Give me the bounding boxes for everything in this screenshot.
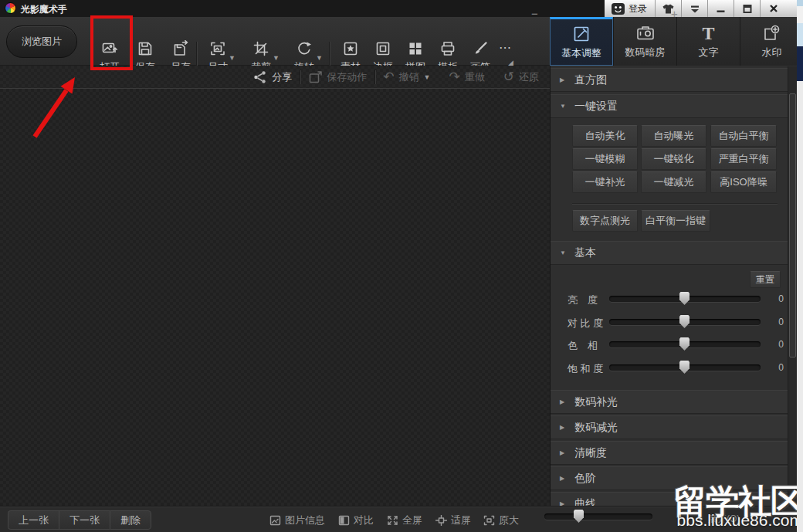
contrast-label: 对 比 度: [568, 317, 611, 330]
redo-icon: ↷: [449, 70, 460, 83]
restore-label: 还原: [519, 70, 539, 84]
actionbar-separator: [300, 70, 300, 84]
brightness-slider-row: 亮 度 0: [551, 293, 788, 307]
image-canvas[interactable]: [0, 89, 550, 506]
zoom-in-button[interactable]: +: [671, 7, 678, 20]
adjustment-panel: ▶ 直方图 ▼ 一键设置 自动美化 自动曝光 自动白平衡 一键模糊 一键锐化 严…: [550, 66, 803, 506]
contrast-slider-row: 对 比 度 0: [551, 316, 788, 330]
section-clarity[interactable]: ▶ 清晰度: [551, 441, 788, 465]
action-bar: 分享 保存动作 ↶ 撤销 ▼ ↷ 重做 ↺ 还原: [0, 66, 550, 89]
fullscreen-label: 全屏: [402, 513, 422, 527]
section-digital-dim-light[interactable]: ▶ 数码减光: [551, 415, 788, 439]
next-image-button[interactable]: 下一张: [59, 510, 110, 530]
browse-images-button[interactable]: 浏览图片: [6, 25, 77, 58]
original-size-button[interactable]: 原大: [483, 513, 519, 527]
high-iso-denoise-button[interactable]: 高ISO降噪: [710, 171, 777, 193]
slider-thumb[interactable]: [679, 315, 689, 328]
panel-separator: [572, 203, 778, 204]
share-button[interactable]: 分享: [253, 70, 292, 84]
text-T-icon: T: [702, 23, 714, 43]
restore-button[interactable]: ↺ 还原: [503, 70, 539, 84]
fullscreen-button[interactable]: 全屏: [387, 513, 422, 527]
saturation-value: 0: [767, 362, 784, 373]
hue-slider-row: 色 相 0: [551, 338, 788, 352]
section-curves[interactable]: ▶ 曲线: [551, 492, 788, 506]
auto-beautify-button[interactable]: 自动美化: [572, 125, 638, 147]
image-info-button[interactable]: 图片信息: [269, 513, 325, 527]
tab-label: 文字: [699, 46, 719, 59]
previous-image-button[interactable]: 上一张: [8, 510, 59, 530]
close-button[interactable]: [761, 0, 786, 17]
auto-white-balance-button[interactable]: 自动白平衡: [710, 125, 777, 147]
template-icon: [439, 40, 456, 57]
main-toolbar: 浏览图片 打开 保存 另存 尺寸 ▼: [0, 17, 550, 66]
hue-label: 色 相: [568, 339, 611, 353]
material-star-icon: [342, 40, 359, 57]
section-levels[interactable]: ▶ 色阶: [551, 466, 788, 490]
brightness-slider[interactable]: [609, 296, 761, 302]
border-frame-icon: [374, 40, 391, 57]
section-title: 一键设置: [574, 100, 618, 114]
reset-button[interactable]: 重置: [750, 271, 781, 288]
saturation-slider[interactable]: [609, 364, 761, 371]
camera-icon: [635, 23, 656, 43]
severe-white-balance-button[interactable]: 严重白平衡: [710, 148, 777, 170]
login-button[interactable]: 登录: [605, 0, 655, 17]
hue-slider[interactable]: [609, 341, 761, 347]
section-title: 色阶: [574, 472, 596, 486]
title-bar: 光影魔术手 登录: [0, 0, 803, 17]
window-edge: [797, 23, 803, 46]
tab-label: 基本调整: [561, 46, 601, 60]
redo-label: 重做: [465, 70, 485, 84]
compare-button[interactable]: 对比: [338, 513, 374, 527]
save-as-icon: [172, 40, 189, 57]
section-basic[interactable]: ▼ 基本: [551, 241, 788, 265]
expand-panel-button[interactable]: ▼ 展开(O): [697, 513, 740, 526]
expanded-arrow-icon: ▼: [560, 103, 567, 110]
resize-icon: [209, 40, 226, 57]
onekey-sharpen-button[interactable]: 一键锐化: [641, 148, 706, 170]
collapsed-arrow-icon: ▶: [560, 398, 567, 405]
delete-image-button[interactable]: 删除: [110, 510, 151, 530]
redo-button[interactable]: ↷ 重做: [449, 70, 485, 84]
onekey-fill-light-button[interactable]: 一键补光: [572, 171, 638, 193]
main-menu-button[interactable]: [682, 0, 707, 17]
onekey-blur-button[interactable]: 一键模糊: [572, 148, 638, 170]
zoom-out-button[interactable]: −: [531, 7, 538, 20]
contrast-slider[interactable]: [609, 319, 761, 325]
compare-icon: [338, 515, 350, 526]
brightness-value: 0: [767, 293, 784, 304]
tab-label: 水印: [762, 46, 782, 59]
onekey-dim-light-button[interactable]: 一键减光: [641, 171, 706, 193]
panel-scrollbar[interactable]: [788, 66, 797, 506]
undo-button[interactable]: ↶ 撤销 ▼: [383, 70, 430, 84]
tab-watermark[interactable]: 水印: [740, 17, 803, 66]
tab-basic-adjust[interactable]: 基本调整: [550, 17, 613, 66]
section-onekey-settings[interactable]: ▼ 一键设置: [551, 94, 788, 118]
white-balance-one-touch-button[interactable]: 白平衡一指键: [641, 210, 710, 232]
maximize-button[interactable]: [734, 0, 760, 17]
slider-thumb[interactable]: [679, 337, 689, 351]
slider-thumb[interactable]: [679, 361, 689, 374]
undo-dropdown-icon[interactable]: ▼: [424, 73, 431, 81]
highlight-red-box: [90, 15, 133, 70]
minimize-button[interactable]: [708, 0, 734, 17]
section-digital-fill-light[interactable]: ▶ 数码补光: [551, 390, 788, 414]
fit-screen-button[interactable]: 适屏: [435, 513, 471, 527]
zoom-slider[interactable]: [544, 513, 652, 520]
digital-spot-metering-button[interactable]: 数字点测光: [572, 210, 638, 232]
resize-dropdown-icon[interactable]: ▼: [229, 54, 235, 62]
save-action-button[interactable]: 保存动作: [308, 70, 367, 84]
section-histogram[interactable]: ▶ 直方图: [551, 68, 788, 92]
collapsed-arrow-icon: ▶: [560, 449, 567, 456]
rotate-dropdown-icon[interactable]: ▼: [316, 54, 323, 62]
auto-exposure-button[interactable]: 自动曝光: [641, 125, 706, 147]
compare-label: 对比: [354, 513, 374, 527]
panel-scrollbar-thumb[interactable]: [789, 93, 796, 357]
tab-text[interactable]: T 文字: [676, 17, 740, 66]
more-dots-icon: ⋯: [499, 40, 512, 55]
tab-digital-darkroom[interactable]: 数码暗房: [613, 17, 676, 66]
undo-label: 撤销: [399, 70, 419, 84]
slider-thumb[interactable]: [679, 292, 689, 305]
crop-dropdown-icon[interactable]: ▼: [273, 54, 280, 62]
